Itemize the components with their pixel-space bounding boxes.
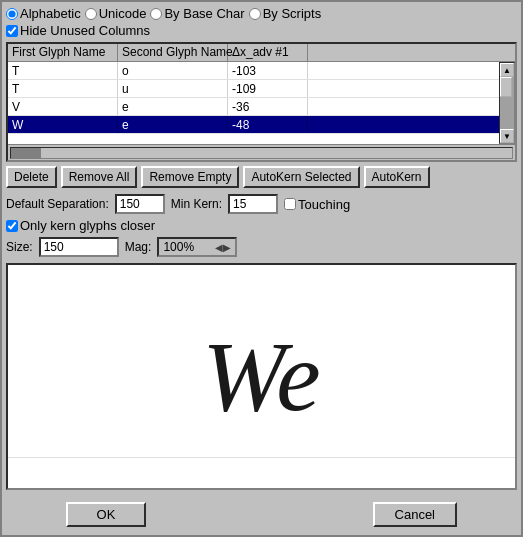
only-kern-checkbox[interactable] (6, 220, 18, 232)
remove-all-button[interactable]: Remove All (61, 166, 138, 188)
table-row[interactable]: V e -36 (8, 98, 515, 116)
cell-col3: -103 (228, 62, 308, 79)
horizontal-scrollbar[interactable] (10, 147, 513, 159)
scroll-down-button[interactable]: ▼ (500, 129, 514, 143)
col3-header: Δx_adv #1 (228, 44, 308, 61)
sort-row: Alphabetic Unicode By Base Char By Scrip… (6, 6, 517, 21)
settings-row-1: Default Separation: Min Kern: Touching (6, 194, 517, 214)
size-input[interactable] (39, 237, 119, 257)
autokern-selected-button[interactable]: AutoKern Selected (243, 166, 359, 188)
cell-col1: V (8, 98, 118, 115)
preview-area: We (6, 263, 517, 490)
touching-label: Touching (298, 197, 350, 212)
unicode-option[interactable]: Unicode (85, 6, 147, 21)
size-label: Size: (6, 240, 33, 254)
min-kern-label: Min Kern: (171, 197, 222, 211)
mag-value: 100% (163, 240, 194, 254)
by-base-char-option[interactable]: By Base Char (150, 6, 244, 21)
footer-buttons: OK Cancel (6, 498, 517, 531)
alphabetic-option[interactable]: Alphabetic (6, 6, 81, 21)
by-base-char-label: By Base Char (164, 6, 244, 21)
cell-col1: T (8, 62, 118, 79)
vertical-scrollbar[interactable]: ▲ ▼ (499, 62, 515, 144)
cell-col2: e (118, 98, 228, 115)
table-body[interactable]: T o -103 T u -109 V e -36 W e -48 (8, 62, 515, 144)
hide-unused-option[interactable]: Hide Unused Columns (6, 23, 150, 38)
cell-col2: o (118, 62, 228, 79)
cell-col1: W (8, 116, 118, 133)
by-scripts-option[interactable]: By Scripts (249, 6, 322, 21)
scroll-up-button[interactable]: ▲ (500, 63, 514, 77)
unicode-label: Unicode (99, 6, 147, 21)
cell-col3: -109 (228, 80, 308, 97)
preview-text: We (202, 327, 321, 427)
kern-table: First Glyph Name Second Glyph Name Δx_ad… (6, 42, 517, 162)
h-scroll-area[interactable] (8, 144, 515, 160)
default-separation-label: Default Separation: (6, 197, 109, 211)
alphabetic-label: Alphabetic (20, 6, 81, 21)
remove-empty-button[interactable]: Remove Empty (141, 166, 239, 188)
hide-unused-label: Hide Unused Columns (20, 23, 150, 38)
action-buttons: Delete Remove All Remove Empty AutoKern … (6, 166, 517, 188)
col1-header: First Glyph Name (8, 44, 118, 61)
slider-arrow-icon: ◀▶ (215, 242, 231, 253)
col2-header: Second Glyph Name (118, 44, 228, 61)
cancel-button[interactable]: Cancel (373, 502, 457, 527)
hide-unused-row: Hide Unused Columns (6, 23, 517, 38)
table-header: First Glyph Name Second Glyph Name Δx_ad… (8, 44, 515, 62)
cell-col1: T (8, 80, 118, 97)
kern-dialog: Alphabetic Unicode By Base Char By Scrip… (0, 0, 523, 537)
by-scripts-radio[interactable] (249, 8, 261, 20)
cell-col3: -48 (228, 116, 308, 133)
mag-slider-box[interactable]: 100% ◀▶ (157, 237, 237, 257)
by-scripts-label: By Scripts (263, 6, 322, 21)
preview-ruler (8, 457, 515, 458)
cell-col3: -36 (228, 98, 308, 115)
delete-button[interactable]: Delete (6, 166, 57, 188)
ok-button[interactable]: OK (66, 502, 146, 527)
alphabetic-radio[interactable] (6, 8, 18, 20)
table-row[interactable]: W e -48 (8, 116, 515, 134)
sort-options-bar: Alphabetic Unicode By Base Char By Scrip… (6, 6, 517, 38)
settings-row-3: Size: Mag: 100% ◀▶ (6, 237, 517, 257)
unicode-radio[interactable] (85, 8, 97, 20)
cell-col2: e (118, 116, 228, 133)
only-kern-option[interactable]: Only kern glyphs closer (6, 218, 155, 233)
by-base-char-radio[interactable] (150, 8, 162, 20)
table-row[interactable]: T u -109 (8, 80, 515, 98)
cell-col2: u (118, 80, 228, 97)
h-scroll-thumb[interactable] (11, 148, 41, 158)
touching-option[interactable]: Touching (284, 197, 350, 212)
touching-checkbox[interactable] (284, 198, 296, 210)
default-separation-input[interactable] (115, 194, 165, 214)
hide-unused-checkbox[interactable] (6, 25, 18, 37)
min-kern-input[interactable] (228, 194, 278, 214)
scroll-thumb[interactable] (500, 77, 512, 97)
settings-row-2: Only kern glyphs closer (6, 218, 517, 233)
mag-label: Mag: (125, 240, 152, 254)
table-row[interactable]: T o -103 (8, 62, 515, 80)
autokern-button[interactable]: AutoKern (364, 166, 430, 188)
scroll-track[interactable] (500, 77, 514, 129)
only-kern-label: Only kern glyphs closer (20, 218, 155, 233)
